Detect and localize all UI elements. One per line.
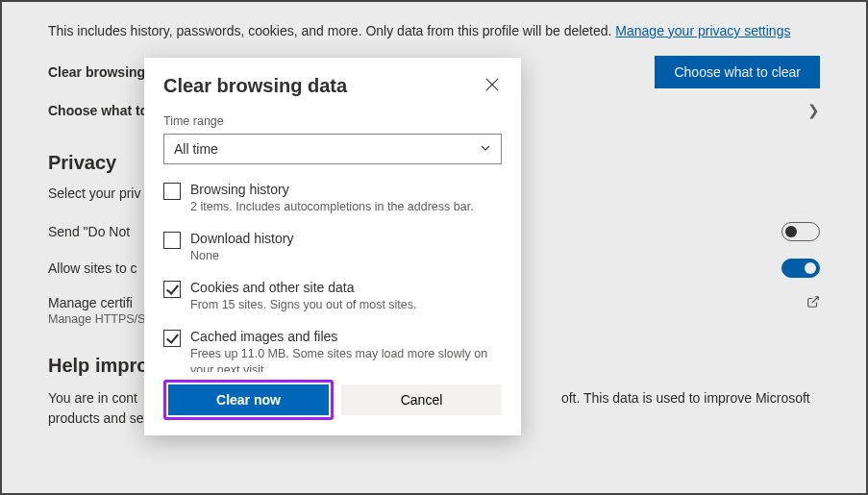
manage-certs-desc: Manage HTTPS/S [48, 312, 145, 326]
option-row: Browsing history2 items. Includes autoco… [163, 182, 498, 215]
chevron-right-icon[interactable]: ❯ [807, 102, 820, 119]
option-title: Cached images and files [190, 329, 498, 344]
choose-what-to-clear-button[interactable]: Choose what to clear [655, 56, 820, 88]
cancel-button[interactable]: Cancel [341, 384, 502, 415]
option-title: Browsing history [190, 182, 474, 197]
option-row: Download historyNone [163, 231, 498, 264]
clear-now-highlight: Clear now [163, 380, 334, 420]
time-range-select[interactable]: All time [163, 134, 502, 164]
time-range-value: All time [174, 141, 218, 157]
allow-sites-label: Allow sites to c [48, 260, 137, 276]
option-checkbox[interactable] [163, 232, 181, 249]
option-checkbox[interactable] [163, 281, 181, 298]
option-row: Cookies and other site dataFrom 15 sites… [163, 280, 498, 313]
open-external-icon[interactable] [806, 295, 820, 311]
option-title: Cookies and other site data [190, 280, 417, 295]
clear-browsing-label: Clear browsing [48, 64, 145, 80]
dnt-label: Send "Do Not [48, 224, 130, 239]
svg-line-0 [812, 297, 818, 303]
help-body-pre: You are in cont [48, 390, 137, 406]
manage-privacy-link[interactable]: Manage your privacy settings [615, 23, 790, 38]
intro-text: This includes history, passwords, cookie… [48, 23, 820, 38]
time-range-label: Time range [163, 114, 502, 128]
option-desc: Frees up 11.0 MB. Some sites may load mo… [190, 346, 498, 372]
dnt-toggle[interactable] [781, 222, 820, 241]
option-checkbox[interactable] [163, 183, 181, 200]
choose-close-label: Choose what to [48, 103, 148, 118]
option-title: Download history [190, 231, 293, 246]
options-list[interactable]: Browsing history2 items. Includes autoco… [163, 182, 502, 372]
dialog-title: Clear browsing data [163, 75, 347, 97]
option-checkbox[interactable] [163, 330, 181, 347]
clear-browsing-data-dialog: Clear browsing data Time range All time … [144, 58, 521, 435]
option-row: Cached images and filesFrees up 11.0 MB.… [163, 329, 498, 372]
manage-certs-label[interactable]: Manage certifi [48, 295, 145, 310]
close-icon[interactable] [483, 75, 502, 94]
clear-now-button[interactable]: Clear now [168, 384, 329, 415]
chevron-down-icon [480, 141, 491, 157]
option-desc: 2 items. Includes autocompletions in the… [190, 199, 474, 215]
allow-sites-toggle[interactable] [781, 259, 820, 278]
intro-text-content: This includes history, passwords, cookie… [48, 23, 615, 38]
option-desc: None [190, 248, 293, 264]
option-desc: From 15 sites. Signs you out of most sit… [190, 297, 417, 313]
